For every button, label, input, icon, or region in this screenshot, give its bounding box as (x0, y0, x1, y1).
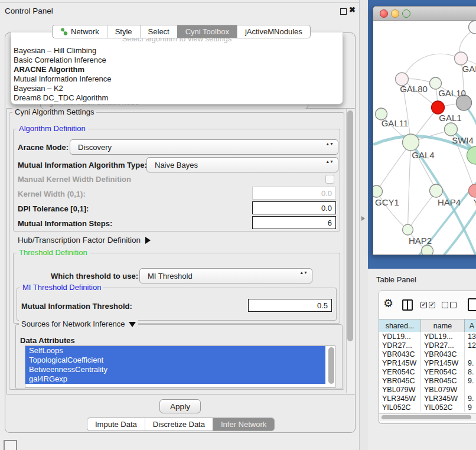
gear-icon[interactable]: ⚙ (383, 296, 393, 310)
network-icon (60, 28, 68, 35)
tab-style[interactable]: Style (107, 25, 140, 38)
table-row[interactable]: YLR345WYLR345W9. (379, 394, 476, 403)
collapsed-panel-icon[interactable] (4, 440, 17, 450)
network-node-hap2[interactable] (403, 224, 413, 235)
table-rows: YDL19...YDL19...13YDR27...YDR27...12YBR0… (379, 332, 476, 413)
file-icon[interactable] (468, 298, 476, 311)
mi-steps-field[interactable]: 6 (252, 216, 336, 229)
apply-button[interactable]: Apply (159, 399, 201, 413)
which-threshold-value: MI Threshold (148, 272, 193, 281)
tab-label: Network (71, 27, 99, 36)
threshold-definition-title: Threshold Definition (17, 248, 90, 257)
tab-discretize-data[interactable]: Discretize Data (145, 418, 213, 431)
algorithm-dropdown: Select algorithm to view settings Bayesi… (11, 32, 343, 105)
column-header-cut[interactable]: A (465, 319, 476, 332)
tab-infer-network[interactable]: Infer Network (213, 418, 274, 431)
settings-scrollbar[interactable] (346, 109, 354, 393)
network-node-y[interactable] (469, 184, 476, 197)
table-cell: YLR345W (421, 394, 465, 403)
sources-title-text: Sources for Network Inference (21, 319, 125, 328)
zoom-window-icon[interactable] (402, 9, 410, 18)
table-cell: 13 (465, 332, 476, 341)
control-panel-title: Control Panel (5, 6, 53, 15)
table-cell: 9. (465, 376, 476, 385)
float-panel-icon[interactable] (340, 8, 347, 15)
checked-checkbox-icon[interactable]: ✔ (420, 302, 427, 308)
table-row[interactable]: YBR045CYBR045C9. (379, 376, 476, 385)
table-cell: YPR145W (421, 358, 465, 367)
network-window[interactable]: GALGAL80GAL10GAL1SWI4GAL11GAL4GCY1HAP4YH… (373, 6, 476, 255)
tab-impute-data[interactable]: Impute Data (87, 418, 145, 431)
splitter-arrow-icon[interactable] (361, 216, 365, 221)
checked-checkbox-icon[interactable]: ✔ (429, 302, 435, 308)
network-node[interactable] (469, 21, 476, 34)
mi-threshold-label: Mutual Information Threshold: (21, 302, 132, 311)
table-cell: YER054C (379, 367, 421, 376)
network-node[interactable] (422, 245, 433, 255)
minimize-window-icon[interactable] (391, 9, 399, 18)
table-row[interactable]: YDL19...YDL19...13 (379, 332, 476, 341)
unchecked-checkbox-icon[interactable] (442, 302, 448, 308)
tab-select[interactable]: Select (140, 25, 177, 38)
network-node-gcy1[interactable] (373, 185, 383, 197)
node-label-hap4: HAP4 (438, 197, 461, 207)
aracne-mode-select[interactable]: Discovery ▲▼ (70, 139, 338, 155)
network-graph[interactable]: GALGAL80GAL10GAL1SWI4GAL11GAL4GCY1HAP4YH… (373, 20, 476, 255)
network-node-gal4[interactable] (403, 134, 419, 151)
tab-jactivemnodules[interactable]: jActiveMNodules (237, 25, 310, 38)
table-cell: YBR045C (379, 376, 421, 385)
network-node-swi4[interactable] (445, 123, 458, 136)
column-header-name[interactable]: name (421, 319, 465, 332)
table-cell: YER054C (421, 367, 465, 376)
tab-cyni-toolbox[interactable]: Cyni Toolbox (177, 25, 237, 38)
unchecked-checkbox-icon[interactable] (450, 302, 457, 308)
table-row[interactable]: YBL079WYBL079W (379, 385, 476, 394)
algorithm-option-bayesian-hill-climbing[interactable]: Bayesian – Hill Climbing (14, 46, 340, 56)
attribute-item-betweennesscentrality[interactable]: BetweennessCentrality (25, 365, 325, 374)
kernel-width-field[interactable]: 0.0 (252, 187, 336, 200)
table-row[interactable]: YER054CYER054C8. (379, 367, 476, 376)
close-panel-icon[interactable]: ✖ (349, 5, 356, 14)
algorithm-option-basic-correlation-inference[interactable]: Basic Correlation Inference (14, 56, 340, 65)
table-row[interactable]: YDR27...YDR27...12 (379, 341, 476, 350)
attribute-item-topologicalcoefficient[interactable]: TopologicalCoefficient (25, 356, 325, 365)
sources-group-title[interactable]: Sources for Network Inference (19, 319, 138, 328)
attribute-item-selfloops[interactable]: SelfLoops (25, 346, 325, 356)
dpi-tolerance-field[interactable]: 0.0 (252, 201, 336, 214)
table-hscrollbar[interactable] (379, 413, 476, 421)
algorithm-option-mutual-information-inference[interactable]: Mutual Information Inference (14, 74, 340, 84)
node-label-hap2: HAP2 (409, 236, 432, 246)
column-header-shared-name[interactable]: shared... (379, 319, 421, 332)
table-hscrollbar-thumb[interactable] (382, 415, 471, 419)
settings-scrollbar-thumb[interactable] (347, 110, 353, 341)
tab-network[interactable]: Network (53, 25, 107, 38)
table-cell: 9 (465, 403, 476, 412)
attribute-item-gal4rgexp[interactable]: gal4RGexp (25, 374, 325, 384)
mi-threshold-group-title: MI Threshold Definition (20, 283, 103, 292)
attributes-scrollbar-thumb[interactable] (328, 347, 334, 384)
mi-threshold-field[interactable]: 0.5 (248, 299, 332, 312)
table-row[interactable]: YBR043CYBR043C (379, 350, 476, 358)
network-node-hap4[interactable] (430, 184, 443, 197)
columns-icon[interactable] (402, 299, 413, 311)
network-node-gal1[interactable] (432, 101, 445, 114)
close-window-icon[interactable] (380, 9, 388, 18)
algorithm-option-bayesian-k2[interactable]: Bayesian – K2 (14, 84, 340, 93)
which-threshold-select[interactable]: MI Threshold ▲▼ (139, 268, 312, 283)
network-node-gal[interactable] (455, 52, 468, 65)
network-window-titlebar[interactable] (373, 6, 476, 21)
table-panel-card: ⚙ ✔ ✔ shared... name A YDL19...YDL19...1… (379, 291, 476, 424)
node-label-gal10: GAL10 (438, 88, 466, 98)
manual-kernel-width-checkbox[interactable] (325, 175, 334, 184)
manual-kernel-width-label: Manual Kernel Width Definition (18, 175, 131, 184)
algorithm-option-dream8-dc-tdc-algorithm[interactable]: Dream8 DC_TDC Algorithm (14, 93, 340, 103)
mi-algorithm-type-select[interactable]: Naive Bayes ▲▼ (146, 157, 338, 172)
network-node-gal10[interactable] (430, 77, 442, 89)
table-row[interactable]: YIL052CYIL052C9 (379, 403, 476, 412)
hub-section-toggle[interactable]: Hub/Transcription Factor Definition (18, 236, 151, 244)
algorithm-option-aracne-algorithm[interactable]: ARACNE Algorithm (14, 65, 340, 74)
table-row[interactable]: YPR145WYPR145W9. (379, 358, 476, 367)
table-cell: YBL079W (421, 385, 465, 394)
node-label-gal1: GAL1 (439, 113, 461, 123)
node-label-swi4: SWI4 (452, 135, 474, 145)
